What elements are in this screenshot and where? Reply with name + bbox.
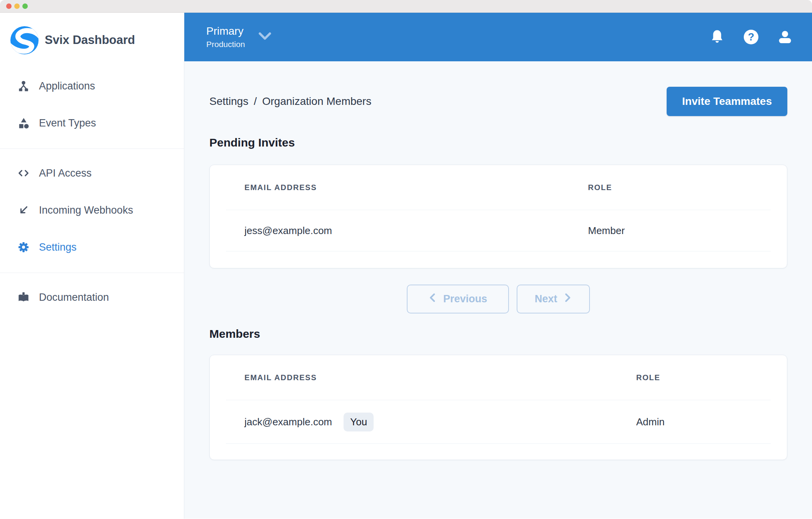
close-button[interactable]	[6, 3, 12, 9]
event-types-icon	[17, 117, 30, 129]
sidebar-item-label: Event Types	[39, 117, 96, 129]
environment-labels: Primary Production	[206, 25, 245, 49]
topbar: Primary Production	[184, 13, 812, 61]
account-button[interactable]	[777, 29, 793, 45]
email-address-column-header: EMAIL ADDRESS	[210, 183, 588, 192]
sidebar-item-incoming-webhooks[interactable]: Incoming Webhooks	[0, 192, 184, 229]
bell-icon	[710, 29, 724, 45]
previous-page-button[interactable]: Previous	[407, 285, 509, 313]
user-icon	[777, 29, 793, 45]
pagination: Previous Next	[209, 285, 787, 313]
table-row: jack@example.com You Admin	[210, 400, 787, 443]
email-cell: jack@example.com You	[210, 413, 636, 431]
breadcrumb-settings[interactable]: Settings	[209, 95, 248, 108]
settings-icon	[17, 241, 30, 253]
you-badge: You	[344, 413, 374, 431]
sidebar-nav: Applications Event Types	[0, 67, 184, 323]
members-title: Members	[209, 327, 787, 340]
table-header-row: EMAIL ADDRESS ROLE	[210, 355, 787, 400]
email-cell: jess@example.com	[210, 225, 588, 237]
role-cell: Member	[588, 225, 787, 237]
svix-logo-icon	[10, 26, 39, 54]
table-row: jess@example.com Member	[210, 210, 787, 251]
next-page-button[interactable]: Next	[517, 285, 590, 313]
member-email: jack@example.com	[244, 416, 332, 428]
documentation-icon	[17, 291, 30, 303]
role-column-header: ROLE	[588, 183, 787, 192]
role-cell: Admin	[636, 416, 787, 428]
sidebar-item-label: API Access	[39, 167, 92, 179]
help-icon: ?	[743, 29, 759, 45]
page-content: Settings / Organization Members Invite T…	[184, 61, 812, 519]
help-button[interactable]: ?	[743, 29, 760, 45]
api-access-icon	[17, 167, 30, 179]
table-header-row: EMAIL ADDRESS ROLE	[210, 165, 787, 210]
window-titlebar	[0, 0, 812, 13]
nav-group-1: Applications Event Types	[0, 67, 184, 148]
applications-icon	[17, 80, 30, 92]
topbar-icons: ?	[709, 29, 793, 45]
brand: Svix Dashboard	[0, 13, 184, 67]
environment-switcher[interactable]: Primary Production	[206, 25, 272, 49]
sidebar: Svix Dashboard Applications	[0, 13, 184, 519]
zoom-button[interactable]	[22, 3, 28, 9]
invite-teammates-button[interactable]: Invite Teammates	[667, 87, 787, 116]
pending-invites-table: EMAIL ADDRESS ROLE jess@example.com Memb…	[209, 165, 787, 268]
sidebar-item-label: Documentation	[39, 292, 109, 303]
breadcrumb: Settings / Organization Members	[209, 95, 371, 108]
chevron-left-icon	[428, 292, 436, 306]
sidebar-item-documentation[interactable]: Documentation	[0, 279, 184, 316]
sidebar-item-settings[interactable]: Settings	[0, 229, 184, 266]
breadcrumb-separator: /	[254, 95, 257, 108]
pending-invites-title: Pending Invites	[209, 136, 787, 149]
svg-text:?: ?	[748, 31, 755, 43]
members-table: EMAIL ADDRESS ROLE jack@example.com You …	[209, 355, 787, 460]
app-window: Svix Dashboard Applications	[0, 0, 812, 519]
chevron-down-icon	[258, 32, 272, 42]
next-label: Next	[535, 293, 558, 305]
sidebar-item-label: Settings	[39, 241, 77, 253]
role-column-header: ROLE	[636, 373, 787, 382]
notifications-button[interactable]	[709, 29, 726, 45]
app-title: Svix Dashboard	[45, 33, 135, 47]
incoming-webhooks-icon	[17, 204, 30, 216]
sidebar-item-applications[interactable]: Applications	[0, 67, 184, 104]
breadcrumb-current-page: Organization Members	[262, 95, 371, 108]
sidebar-item-api-access[interactable]: API Access	[0, 155, 184, 192]
sidebar-item-label: Applications	[39, 80, 95, 92]
email-address-column-header: EMAIL ADDRESS	[210, 373, 636, 382]
previous-label: Previous	[443, 293, 487, 305]
environment-name: Primary	[206, 25, 245, 37]
sidebar-item-label: Incoming Webhooks	[39, 204, 133, 216]
nav-group-2: API Access Incoming Webhooks	[0, 148, 184, 273]
minimize-button[interactable]	[14, 3, 20, 9]
sidebar-item-event-types[interactable]: Event Types	[0, 104, 184, 142]
chevron-right-icon	[564, 292, 572, 306]
environment-mode: Production	[206, 40, 245, 49]
nav-group-3: Documentation	[0, 273, 184, 323]
